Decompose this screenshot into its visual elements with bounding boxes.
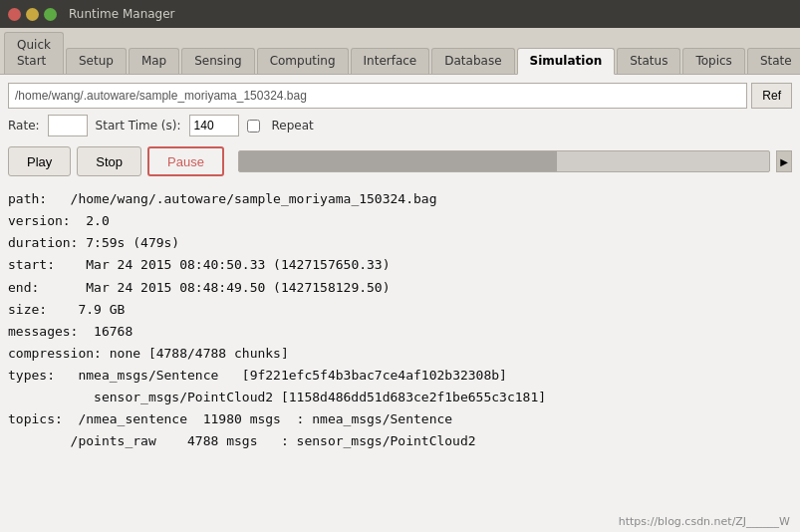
duration-value: 7:59s (479s) <box>78 235 179 250</box>
ref-button[interactable]: Ref <box>751 83 792 109</box>
end-value: Mar 24 2015 08:48:49.50 (1427158129.50) <box>39 280 390 295</box>
scroll-right-button[interactable]: ▶ <box>776 150 792 172</box>
path-label: path: <box>8 191 47 206</box>
titlebar: Runtime Manager <box>0 0 800 28</box>
messages-value: 16768 <box>78 324 133 339</box>
info-topics-2: /points_raw 4788 msgs : sensor_msgs/Poin… <box>8 430 792 452</box>
tab-state[interactable]: State <box>747 48 800 75</box>
stop-button[interactable]: Stop <box>77 146 141 176</box>
start-time-label: Start Time (s): <box>96 119 181 133</box>
window-controls[interactable] <box>8 8 57 21</box>
tab-database[interactable]: Database <box>431 48 514 75</box>
tab-quick-start[interactable]: Quick Start <box>4 32 64 74</box>
rate-input[interactable] <box>48 115 88 136</box>
start-value: Mar 24 2015 08:40:50.33 (1427157650.33) <box>55 257 391 272</box>
tab-sensing[interactable]: Sensing <box>181 48 254 75</box>
info-version: version: 2.0 <box>8 210 792 232</box>
tab-computing[interactable]: Computing <box>257 48 349 75</box>
info-compression: compression: none [4788/4788 chunks] <box>8 343 792 365</box>
tab-setup[interactable]: Setup <box>66 48 127 75</box>
nav-tabs: Quick Start Setup Map Sensing Computing … <box>0 28 800 75</box>
version-value: 2.0 <box>71 213 110 228</box>
repeat-label: Repeat <box>272 119 314 133</box>
window-title: Runtime Manager <box>69 7 175 21</box>
rate-label: Rate: <box>8 119 40 133</box>
topics-value-1: /nmea_sentence 11980 msgs : nmea_msgs/Se… <box>63 411 452 426</box>
tab-map[interactable]: Map <box>129 48 179 75</box>
tab-interface[interactable]: Interface <box>351 48 430 75</box>
end-label: end: <box>8 280 39 295</box>
tab-simulation[interactable]: Simulation <box>517 48 616 76</box>
start-time-input[interactable] <box>189 115 239 136</box>
types-value-2: sensor_msgs/PointCloud2 [1158d486dd51d68… <box>8 390 546 404</box>
info-types-2: sensor_msgs/PointCloud2 [1158d486dd51d68… <box>8 387 792 408</box>
info-size: size: 7.9 GB <box>8 299 792 321</box>
repeat-checkbox[interactable] <box>247 120 260 133</box>
maximize-button[interactable] <box>44 8 57 21</box>
pause-button[interactable]: Pause <box>147 146 224 176</box>
play-button[interactable]: Play <box>8 146 71 176</box>
messages-label: messages: <box>8 324 78 339</box>
topics-value-2: /points_raw 4788 msgs : sensor_msgs/Poin… <box>8 433 476 448</box>
duration-label: duration: <box>8 235 78 250</box>
info-section: path: /home/wang/.autoware/sample_moriya… <box>8 188 792 452</box>
main-content: Ref Rate: Start Time (s): Repeat Play St… <box>0 75 800 532</box>
info-topics-1: topics: /nmea_sentence 11980 msgs : nmea… <box>8 408 792 430</box>
progress-bar-container[interactable] <box>238 150 770 172</box>
types-label: types: <box>8 368 55 383</box>
footer-url: https://blog.csdn.net/ZJ______W <box>619 515 790 528</box>
topics-label: topics: <box>8 411 63 426</box>
file-path-row: Ref <box>8 83 792 109</box>
path-value: /home/wang/.autoware/sample_moriyama_150… <box>47 191 436 206</box>
info-path: path: /home/wang/.autoware/sample_moriya… <box>8 188 792 210</box>
version-label: version: <box>8 213 71 228</box>
info-types-1: types: nmea_msgs/Sentence [9f221efc5f4b3… <box>8 365 792 387</box>
tab-topics[interactable]: Topics <box>682 48 744 75</box>
close-button[interactable] <box>8 8 21 21</box>
options-row: Rate: Start Time (s): Repeat <box>8 115 792 136</box>
info-start: start: Mar 24 2015 08:40:50.33 (14271576… <box>8 254 792 276</box>
compression-value: none [4788/4788 chunks] <box>102 346 289 361</box>
info-duration: duration: 7:59s (479s) <box>8 232 792 254</box>
compression-label: compression: <box>8 346 102 361</box>
info-messages: messages: 16768 <box>8 321 792 343</box>
info-end: end: Mar 24 2015 08:48:49.50 (1427158129… <box>8 277 792 299</box>
tab-status[interactable]: Status <box>617 48 680 75</box>
controls-row: Play Stop Pause ▶ <box>8 146 792 176</box>
progress-bar-fill <box>239 151 557 171</box>
size-label: size: <box>8 302 47 317</box>
size-value: 7.9 GB <box>47 302 125 317</box>
start-label: start: <box>8 257 55 272</box>
minimize-button[interactable] <box>26 8 39 21</box>
file-path-input[interactable] <box>8 83 747 109</box>
types-value-1: nmea_msgs/Sentence [9f221efc5f4b3bac7ce4… <box>55 368 507 383</box>
